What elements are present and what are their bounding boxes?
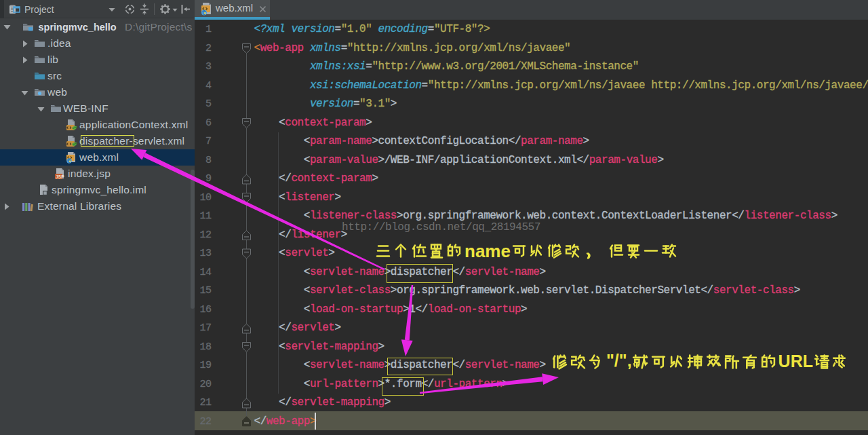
- svg-text:JSP: JSP: [56, 174, 64, 179]
